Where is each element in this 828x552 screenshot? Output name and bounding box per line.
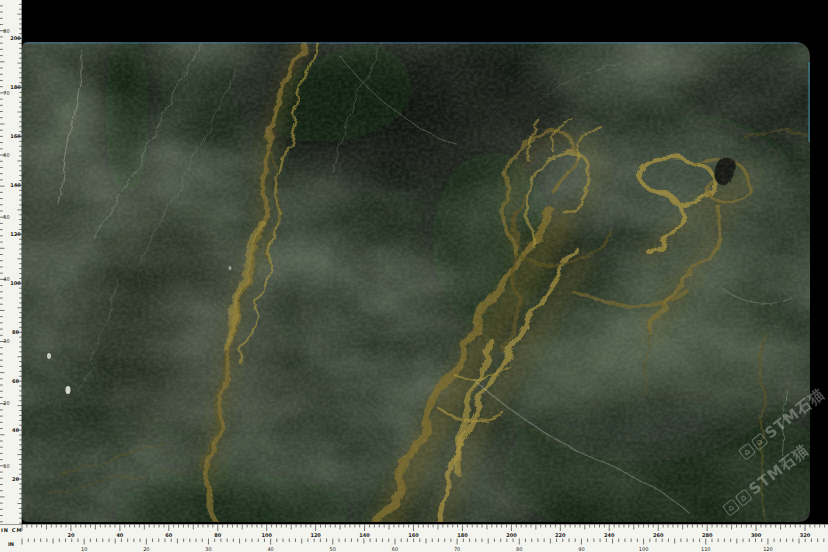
svg-text:220: 220 — [555, 532, 566, 538]
svg-text:200: 200 — [10, 35, 21, 41]
svg-text:40: 40 — [12, 427, 19, 433]
svg-text:70: 70 — [3, 90, 9, 96]
vertical-ruler: 2040608010012014016018020010203040506070… — [0, 0, 22, 524]
svg-text:120: 120 — [310, 532, 321, 538]
svg-text:40: 40 — [116, 532, 123, 538]
svg-text:300: 300 — [751, 532, 762, 538]
svg-text:80: 80 — [3, 28, 9, 34]
corner-unit-label-in: IN — [8, 541, 14, 547]
svg-text:200: 200 — [506, 532, 517, 538]
svg-text:50: 50 — [3, 214, 9, 220]
slab-scan-viewer: { "canvas": {"width": 828, "height": 552… — [0, 0, 828, 552]
svg-text:110: 110 — [701, 546, 711, 552]
svg-text:160: 160 — [408, 532, 419, 538]
svg-text:80: 80 — [12, 329, 19, 335]
svg-text:70: 70 — [454, 546, 460, 552]
svg-text:40: 40 — [3, 276, 9, 282]
svg-text:140: 140 — [359, 532, 370, 538]
svg-text:20: 20 — [12, 476, 19, 482]
svg-text:160: 160 — [10, 133, 21, 139]
svg-text:60: 60 — [392, 546, 398, 552]
svg-text:260: 260 — [653, 532, 664, 538]
svg-text:100: 100 — [10, 280, 21, 286]
svg-text:320: 320 — [800, 532, 811, 538]
svg-text:240: 240 — [604, 532, 615, 538]
svg-text:60: 60 — [12, 378, 19, 384]
svg-text:20: 20 — [67, 532, 74, 538]
svg-text:30: 30 — [3, 338, 9, 344]
horizontal-ruler: 2040608010012014016018020022024026028030… — [0, 524, 828, 552]
stone-slab-image — [22, 42, 810, 522]
svg-text:80: 80 — [214, 532, 221, 538]
svg-text:140: 140 — [10, 182, 21, 188]
svg-text:90: 90 — [578, 546, 584, 552]
svg-text:280: 280 — [702, 532, 713, 538]
svg-text:10: 10 — [81, 546, 87, 552]
svg-text:40: 40 — [267, 546, 273, 552]
svg-text:180: 180 — [457, 532, 468, 538]
ruler-unit-corner: IN CM IN — [0, 524, 22, 552]
svg-text:60: 60 — [165, 532, 172, 538]
svg-text:120: 120 — [10, 231, 21, 237]
svg-text:10: 10 — [3, 463, 9, 469]
svg-text:60: 60 — [3, 152, 9, 158]
svg-text:50: 50 — [330, 546, 336, 552]
svg-text:100: 100 — [261, 532, 272, 538]
svg-text:80: 80 — [516, 546, 522, 552]
svg-text:20: 20 — [3, 400, 9, 406]
svg-text:20: 20 — [143, 546, 149, 552]
svg-text:100: 100 — [639, 546, 649, 552]
corner-unit-label-in-cm: IN CM — [1, 527, 22, 533]
svg-text:120: 120 — [763, 546, 773, 552]
svg-text:30: 30 — [205, 546, 211, 552]
svg-text:180: 180 — [10, 84, 21, 90]
